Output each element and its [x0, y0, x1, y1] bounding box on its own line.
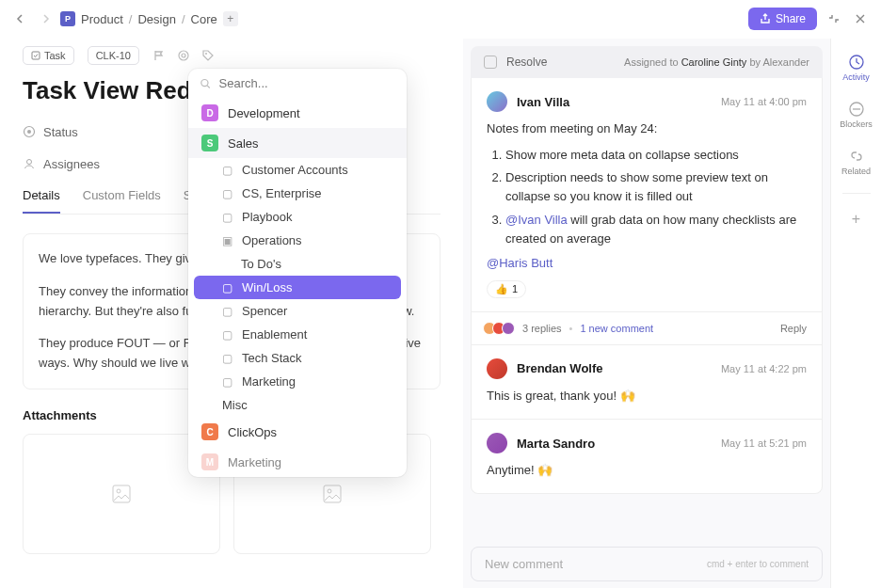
- assigned-indicator: Assigned to Caroline Ginty by Alexander: [624, 56, 809, 68]
- space-icon: M: [201, 453, 218, 470]
- space-icon: C: [201, 423, 218, 440]
- blockers-icon: [848, 101, 865, 118]
- avatar: [487, 433, 507, 453]
- flag-icon[interactable]: [152, 49, 166, 62]
- comment-timestamp: May 11 at 5:21 pm: [721, 437, 807, 449]
- nav-back-button[interactable]: [11, 9, 30, 28]
- composer-placeholder: New comment: [485, 557, 563, 571]
- sidebar-add-button[interactable]: +: [831, 207, 881, 231]
- folder-item-tech-stack[interactable]: ▢Tech Stack: [188, 346, 407, 370]
- sidebar-tab-related[interactable]: Related: [831, 144, 881, 180]
- mention[interactable]: @Haris Butt: [487, 256, 553, 270]
- folder-open-icon: ▣: [222, 234, 232, 247]
- tag-icon[interactable]: [201, 49, 215, 62]
- folder-item-enablement[interactable]: ▢Enablement: [188, 323, 407, 346]
- related-icon: [848, 148, 865, 165]
- folder-icon: ▢: [222, 305, 232, 318]
- space-icon: P: [60, 11, 75, 26]
- share-button[interactable]: Share: [748, 8, 817, 30]
- folder-item-customer-accounts[interactable]: ▢Customer Accounts: [188, 158, 407, 182]
- svg-point-3: [205, 53, 207, 55]
- svg-point-5: [27, 130, 31, 134]
- folder-icon: ▢: [222, 187, 232, 200]
- folder-item-spencer[interactable]: ▢Spencer: [188, 299, 407, 323]
- svg-rect-0: [32, 52, 40, 59]
- nav-forward-button[interactable]: [36, 9, 55, 28]
- folder-icon: ▢: [222, 211, 232, 224]
- svg-point-6: [27, 160, 32, 165]
- new-comment-indicator[interactable]: 1 new comment: [580, 323, 653, 334]
- space-item-sales[interactable]: S Sales: [188, 128, 407, 158]
- composer-hint: cmd + enter to comment: [707, 559, 809, 569]
- folder-icon: ▢: [222, 164, 232, 177]
- space-item-clickops[interactable]: C ClickOps: [188, 417, 407, 447]
- task-id-chip[interactable]: CLK-10: [88, 46, 139, 65]
- comment: Marta Sandro May 11 at 5:21 pm Anytime! …: [472, 419, 822, 493]
- avatar: [487, 358, 507, 379]
- space-icon: S: [201, 135, 218, 151]
- folder-item-cs-enterprise[interactable]: ▢CS, Enterprise: [188, 182, 407, 205]
- comment-timestamp: May 11 at 4:00 pm: [721, 96, 807, 107]
- comment: Ivan Villa May 11 at 4:00 pm Notes from …: [472, 78, 822, 311]
- close-icon[interactable]: [851, 9, 870, 28]
- tab-custom-fields[interactable]: Custom Fields: [83, 188, 161, 214]
- status-label: Status: [23, 125, 107, 139]
- space-icon: D: [201, 104, 218, 121]
- dropdown-search-input[interactable]: [219, 76, 395, 90]
- resolve-label: Resolve: [506, 56, 547, 69]
- space-item-development[interactable]: D Development: [188, 98, 407, 128]
- sidebar-tab-blockers[interactable]: Blockers: [831, 97, 881, 133]
- activity-icon: [848, 54, 865, 71]
- breadcrumb-space[interactable]: Product: [81, 12, 123, 26]
- breadcrumb: P Product / Design / Core +: [60, 11, 238, 26]
- folder-icon: ▢: [222, 375, 232, 389]
- plus-icon: +: [852, 211, 860, 228]
- resolve-checkbox[interactable]: [484, 56, 497, 69]
- reply-button[interactable]: Reply: [780, 323, 807, 334]
- svg-point-1: [179, 51, 188, 60]
- comment-author-name: Ivan Villa: [517, 95, 569, 109]
- folder-item-marketing[interactable]: ▢Marketing: [188, 370, 407, 393]
- minimize-icon[interactable]: [825, 9, 843, 28]
- list-item-winloss[interactable]: ▢Win/Loss: [194, 276, 401, 299]
- replies-count[interactable]: 3 replies: [522, 323, 562, 334]
- tab-details[interactable]: Details: [23, 188, 60, 214]
- breadcrumb-add-button[interactable]: +: [223, 11, 238, 26]
- comment-composer[interactable]: New comment cmd + enter to comment: [471, 547, 823, 581]
- comment: Brendan Wolfe May 11 at 4:22 pm This is …: [472, 344, 822, 419]
- reply-avatars: [487, 322, 515, 335]
- breadcrumb-list[interactable]: Core: [191, 12, 217, 26]
- breadcrumb-folder[interactable]: Design: [137, 12, 175, 26]
- folder-icon: ▢: [222, 352, 232, 365]
- comment-body: Notes from meeting on May 24: Show more …: [487, 119, 807, 273]
- folder-icon: ▢: [222, 281, 232, 294]
- svg-point-8: [117, 489, 120, 493]
- folder-icon: ▢: [222, 328, 232, 342]
- list-item-misc[interactable]: Misc: [188, 393, 407, 417]
- folder-item-operations[interactable]: ▣Operations: [188, 229, 407, 252]
- svg-point-2: [182, 54, 185, 57]
- target-icon[interactable]: [177, 49, 190, 62]
- task-type-chip[interactable]: Task: [23, 46, 74, 65]
- comment-body: Anytime! 🙌: [487, 461, 807, 480]
- location-picker-dropdown: D Development S Sales ▢Customer Accounts…: [188, 69, 407, 477]
- thumbs-up-icon: 👍: [495, 283, 508, 295]
- assignees-label: Assignees: [23, 157, 107, 171]
- comment-author-name: Brendan Wolfe: [517, 361, 603, 375]
- space-item-marketing[interactable]: M Marketing: [188, 447, 407, 477]
- reaction-chip[interactable]: 👍 1: [487, 280, 526, 298]
- avatar: [487, 91, 507, 112]
- svg-point-11: [201, 79, 208, 86]
- svg-rect-9: [324, 485, 341, 502]
- comment-timestamp: May 11 at 4:22 pm: [721, 363, 807, 374]
- svg-rect-7: [113, 485, 130, 502]
- folder-item-playbook[interactable]: ▢Playbook: [188, 205, 407, 229]
- list-item-todos[interactable]: To Do's: [188, 252, 407, 276]
- comment-body: This is great, thank you! 🙌: [487, 387, 807, 405]
- comment-author-name: Marta Sandro: [517, 437, 595, 451]
- sidebar-tab-activity[interactable]: Activity: [831, 50, 881, 86]
- mention[interactable]: @Ivan Villa: [505, 213, 568, 227]
- svg-point-10: [328, 489, 331, 493]
